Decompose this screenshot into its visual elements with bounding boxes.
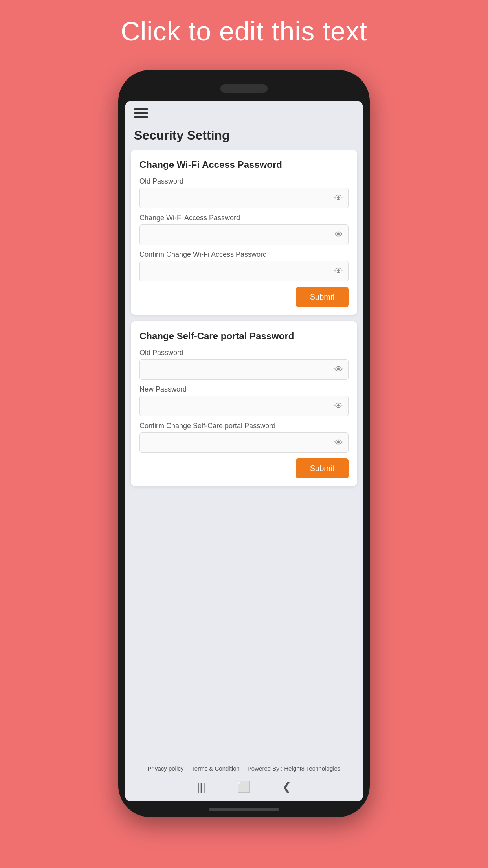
selfcare-old-password-group: Old Password 👁 (139, 349, 349, 380)
selfcare-password-card: Change Self-Care portal Password Old Pas… (131, 321, 357, 486)
nav-bar (125, 101, 363, 125)
wifi-old-password-label: Old Password (139, 177, 349, 186)
selfcare-card-title: Change Self-Care portal Password (139, 331, 349, 342)
selfcare-confirm-password-input[interactable] (139, 432, 349, 453)
selfcare-confirm-password-wrapper: 👁 (139, 432, 349, 453)
wifi-confirm-password-group: Confirm Change Wi-Fi Access Password 👁 (139, 250, 349, 281)
hamburger-menu[interactable] (134, 108, 354, 118)
terms-link[interactable]: Terms & Condition (191, 765, 240, 772)
screen-content: Change Wi-Fi Access Password Old Passwor… (125, 150, 363, 760)
footer-links: Privacy policy Terms & Condition Powered… (129, 765, 359, 772)
wifi-card-title: Change Wi-Fi Access Password (139, 159, 349, 170)
powered-by-text: Powered By : Height8 Technologies (248, 765, 341, 772)
phone-screen: Security Setting Change Wi-Fi Access Pas… (125, 101, 363, 801)
page-title: Security Setting (125, 125, 363, 150)
hamburger-line-3 (134, 116, 148, 118)
wifi-old-password-group: Old Password 👁 (139, 177, 349, 208)
wifi-new-password-input[interactable] (139, 224, 349, 245)
wifi-confirm-password-input[interactable] (139, 261, 349, 281)
hamburger-line-2 (134, 112, 148, 114)
wifi-old-password-wrapper: 👁 (139, 188, 349, 208)
footer: Privacy policy Terms & Condition Powered… (125, 760, 363, 801)
hamburger-line-1 (134, 108, 148, 110)
wifi-confirm-password-wrapper: 👁 (139, 261, 349, 281)
wifi-new-password-wrapper: 👁 (139, 224, 349, 245)
wifi-old-password-eye-icon[interactable]: 👁 (334, 193, 343, 203)
privacy-policy-link[interactable]: Privacy policy (148, 765, 184, 772)
selfcare-new-password-input[interactable] (139, 396, 349, 416)
selfcare-old-password-eye-icon[interactable]: 👁 (334, 364, 343, 375)
phone-frame: Security Setting Change Wi-Fi Access Pas… (118, 70, 370, 817)
selfcare-new-password-eye-icon[interactable]: 👁 (334, 401, 343, 411)
wifi-new-password-eye-icon[interactable]: 👁 (334, 230, 343, 240)
selfcare-confirm-password-label: Confirm Change Self-Care portal Password (139, 422, 349, 430)
selfcare-new-password-group: New Password 👁 (139, 385, 349, 416)
wifi-old-password-input[interactable] (139, 188, 349, 208)
recent-apps-icon[interactable]: ||| (197, 781, 205, 793)
phone-speaker (220, 84, 268, 93)
selfcare-new-password-wrapper: 👁 (139, 396, 349, 416)
android-nav-bar: ||| ⬜ ❮ (129, 778, 359, 796)
back-icon[interactable]: ❮ (282, 780, 291, 793)
home-icon[interactable]: ⬜ (237, 780, 251, 793)
wifi-confirm-password-label: Confirm Change Wi-Fi Access Password (139, 250, 349, 259)
selfcare-old-password-label: Old Password (139, 349, 349, 357)
selfcare-submit-button[interactable]: Submit (296, 458, 349, 478)
selfcare-new-password-label: New Password (139, 385, 349, 394)
selfcare-confirm-password-eye-icon[interactable]: 👁 (334, 438, 343, 448)
selfcare-confirm-password-group: Confirm Change Self-Care portal Password… (139, 422, 349, 453)
wifi-new-password-label: Change Wi-Fi Access Password (139, 214, 349, 222)
wifi-confirm-password-eye-icon[interactable]: 👁 (334, 266, 343, 276)
home-indicator (209, 808, 279, 811)
selfcare-old-password-wrapper: 👁 (139, 359, 349, 380)
wifi-submit-button[interactable]: Submit (296, 287, 349, 307)
wifi-password-card: Change Wi-Fi Access Password Old Passwor… (131, 150, 357, 315)
wifi-new-password-group: Change Wi-Fi Access Password 👁 (139, 214, 349, 245)
page-header-text[interactable]: Click to edit this text (121, 16, 367, 46)
selfcare-old-password-input[interactable] (139, 359, 349, 380)
